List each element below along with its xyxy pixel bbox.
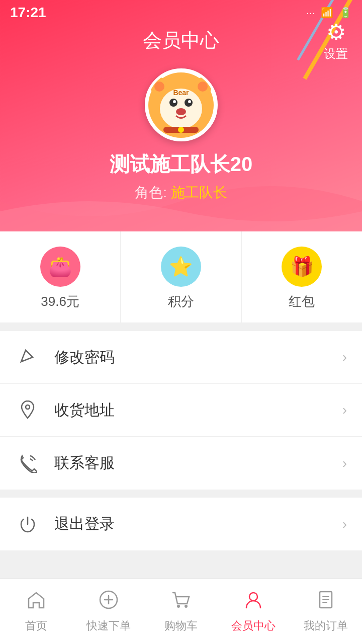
wallet-action[interactable]: 👛 39.6元 xyxy=(0,231,121,323)
svg-point-18 xyxy=(249,593,257,601)
role-label: 角色: xyxy=(135,185,167,200)
page-title: 会员中心 xyxy=(143,28,219,53)
role-row: 角色: 施工队长 xyxy=(135,183,227,202)
redpack-label: 红包 xyxy=(289,293,315,310)
header-area: 会员中心 ⚙ 设置 xyxy=(0,0,362,231)
svg-point-16 xyxy=(177,605,180,608)
chevron-right-icon: › xyxy=(342,349,347,365)
wallet-value: 39.6元 xyxy=(41,293,79,310)
svg-point-8 xyxy=(173,100,176,103)
bottom-nav: 首页 快速下单 购物车 会员中心 xyxy=(0,579,362,644)
svg-point-10 xyxy=(176,108,186,115)
home-label: 首页 xyxy=(25,618,47,633)
role-value: 施工队长 xyxy=(171,185,227,200)
star-icon: ⭐ xyxy=(169,256,193,278)
chevron-right-icon: › xyxy=(342,455,347,471)
orders-icon xyxy=(316,590,336,614)
svg-point-5 xyxy=(198,82,208,92)
my-orders-label: 我的订单 xyxy=(304,618,348,633)
change-password-label: 修改密码 xyxy=(54,347,342,368)
star-icon-circle: ⭐ xyxy=(161,247,201,287)
quick-actions: 👛 39.6元 ⭐ 积分 🎁 红包 xyxy=(0,231,362,323)
home-icon xyxy=(26,590,46,614)
svg-point-14 xyxy=(26,405,30,409)
quick-order-label: 快速下单 xyxy=(86,618,131,633)
settings-button[interactable]: ⚙ 设置 xyxy=(324,19,348,62)
nav-item-member-center[interactable]: 会员中心 xyxy=(217,579,290,644)
cart-label: 购物车 xyxy=(164,618,198,633)
nav-item-home[interactable]: 首页 xyxy=(0,579,72,644)
power-icon xyxy=(15,512,40,537)
gift-icon-circle: 🎁 xyxy=(282,247,322,287)
svg-point-9 xyxy=(188,100,191,103)
quick-order-icon xyxy=(99,590,119,614)
wifi-icon: 📶 xyxy=(321,7,333,19)
member-center-icon xyxy=(243,590,263,614)
cart-icon xyxy=(171,590,191,614)
logout-section: 退出登录 › xyxy=(0,498,362,550)
menu-item-logout[interactable]: 退出登录 › xyxy=(0,498,362,550)
wallet-icon: 👛 xyxy=(48,256,72,278)
svg-text:Bear: Bear xyxy=(173,89,189,97)
customer-service-label: 联系客服 xyxy=(54,453,342,473)
points-label: 积分 xyxy=(168,293,194,310)
status-icons: ··· 📶 🔋 xyxy=(306,7,352,19)
phone-icon xyxy=(15,451,40,476)
nav-item-quick-order[interactable]: 快速下单 xyxy=(72,579,145,644)
logout-label: 退出登录 xyxy=(54,514,342,534)
svg-point-3 xyxy=(154,82,164,92)
redpack-action[interactable]: 🎁 红包 xyxy=(242,231,362,323)
chevron-right-icon: › xyxy=(342,402,347,418)
svg-point-12 xyxy=(178,127,184,133)
member-center-label: 会员中心 xyxy=(231,618,276,633)
menu-item-customer-service[interactable]: 联系客服 › xyxy=(0,437,362,490)
status-time: 17:21 xyxy=(10,5,46,21)
signal-icon: ··· xyxy=(306,7,315,19)
battery-icon: 🔋 xyxy=(339,7,352,19)
menu-item-change-password[interactable]: 修改密码 › xyxy=(0,331,362,384)
nav-item-cart[interactable]: 购物车 xyxy=(145,579,217,644)
location-icon xyxy=(15,397,40,423)
svg-point-17 xyxy=(185,605,188,608)
points-action[interactable]: ⭐ 积分 xyxy=(121,231,241,323)
avatar: Bear xyxy=(145,68,218,141)
wallet-icon-circle: 👛 xyxy=(40,247,80,287)
gift-icon: 🎁 xyxy=(290,256,314,278)
status-bar: 17:21 ··· 📶 🔋 xyxy=(0,0,362,25)
username: 测试施工队长20 xyxy=(110,150,253,178)
menu-item-shipping-address[interactable]: 收货地址 › xyxy=(0,384,362,437)
menu-list: 修改密码 › 收货地址 › 联系客服 › xyxy=(0,331,362,490)
edit-icon xyxy=(15,345,40,370)
shipping-address-label: 收货地址 xyxy=(54,400,342,421)
nav-item-my-orders[interactable]: 我的订单 xyxy=(290,579,362,644)
chevron-right-icon: › xyxy=(342,516,347,532)
settings-label: 设置 xyxy=(324,46,348,62)
